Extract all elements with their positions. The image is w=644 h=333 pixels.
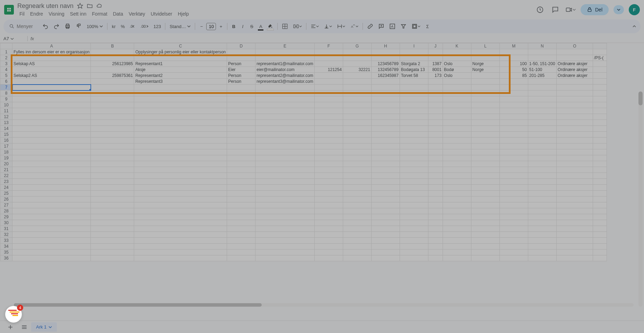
cell-M12[interactable] xyxy=(499,114,528,120)
cell-K34[interactable] xyxy=(443,244,471,249)
cell-G15[interactable] xyxy=(343,132,371,138)
cell-G36[interactable] xyxy=(343,255,371,261)
cell-D2[interactable] xyxy=(227,55,255,61)
cell-K9[interactable] xyxy=(443,96,471,102)
cell-J26[interactable] xyxy=(428,196,443,202)
cell-A11[interactable] xyxy=(12,108,91,114)
cell-L11[interactable] xyxy=(471,108,499,114)
cell-B10[interactable] xyxy=(91,102,134,108)
cell-M2[interactable] xyxy=(499,55,528,61)
cell-I30[interactable] xyxy=(400,220,428,226)
cell-I34[interactable] xyxy=(400,244,428,249)
cell-N26[interactable] xyxy=(528,196,556,202)
cell-H1[interactable] xyxy=(371,49,400,55)
cell-J16[interactable] xyxy=(428,138,443,143)
cell-H26[interactable] xyxy=(371,196,400,202)
filter-views-button[interactable] xyxy=(409,21,423,31)
cell-K13[interactable] xyxy=(443,120,471,126)
cell-G6[interactable] xyxy=(343,79,371,85)
cell-A9[interactable] xyxy=(12,96,91,102)
cell-A12[interactable] xyxy=(12,114,91,120)
cell-J2[interactable] xyxy=(428,55,443,61)
cell-E8[interactable] xyxy=(255,90,315,96)
cell-F4[interactable]: 121254 xyxy=(314,67,343,73)
cell-F17[interactable] xyxy=(314,143,343,149)
cell-B28[interactable] xyxy=(91,208,134,214)
column-header-K[interactable]: K xyxy=(443,43,471,49)
cell-E1[interactable] xyxy=(255,49,315,55)
cell-E5[interactable]: representant2@mailinator.com xyxy=(255,73,315,79)
cell-K4[interactable]: Bodø xyxy=(443,67,471,73)
cell-M9[interactable] xyxy=(499,96,528,102)
cell-J25[interactable] xyxy=(428,191,443,196)
cell-B35[interactable] xyxy=(91,249,134,255)
cell-J13[interactable] xyxy=(428,120,443,126)
cell-M22[interactable] xyxy=(499,173,528,179)
row-header-28[interactable]: 28 xyxy=(0,208,12,214)
cell-E17[interactable] xyxy=(255,143,315,149)
cell-G7[interactable] xyxy=(343,85,371,90)
row-header-4[interactable]: 4 xyxy=(0,67,12,73)
cell-J32[interactable] xyxy=(428,232,443,238)
cell-K2[interactable] xyxy=(443,55,471,61)
cell-J4[interactable]: 8001 xyxy=(428,67,443,73)
cell-N31[interactable] xyxy=(528,226,556,232)
decrease-decimal-button[interactable]: .0 xyxy=(128,21,138,31)
cell-K36[interactable] xyxy=(443,255,471,261)
cell-G11[interactable] xyxy=(343,108,371,114)
column-header-A[interactable]: A xyxy=(12,43,91,49)
cell-B29[interactable] xyxy=(91,214,134,220)
merge-button[interactable] xyxy=(291,21,304,31)
cell-O10[interactable] xyxy=(556,102,593,108)
cell-L6[interactable] xyxy=(471,79,499,85)
cell-E31[interactable] xyxy=(255,226,315,232)
cell-O23[interactable] xyxy=(556,179,593,185)
cell-C18[interactable] xyxy=(134,149,227,155)
column-header-O[interactable]: O xyxy=(556,43,593,49)
cell-D17[interactable] xyxy=(227,143,255,149)
vertical-scrollbar[interactable] xyxy=(638,91,643,307)
cell-H2[interactable] xyxy=(371,55,400,61)
cell-A17[interactable] xyxy=(12,143,91,149)
cell-M8[interactable] xyxy=(499,90,528,96)
cell-G13[interactable] xyxy=(343,120,371,126)
cell-I10[interactable] xyxy=(400,102,428,108)
cell-B19[interactable] xyxy=(91,155,134,161)
cell-M32[interactable] xyxy=(499,232,528,238)
currency-button[interactable]: kr xyxy=(110,21,118,31)
cell-B9[interactable] xyxy=(91,96,134,102)
cell-A22[interactable] xyxy=(12,173,91,179)
cell-H9[interactable] xyxy=(371,96,400,102)
link-button[interactable] xyxy=(365,21,375,31)
cell-G17[interactable] xyxy=(343,143,371,149)
cell-N30[interactable] xyxy=(528,220,556,226)
cell-G21[interactable] xyxy=(343,167,371,173)
cell-G20[interactable] xyxy=(343,161,371,167)
cell-G29[interactable] xyxy=(343,214,371,220)
cell-N3[interactable]: 1-50, 151-200 xyxy=(528,61,556,67)
cell-H7[interactable] xyxy=(371,85,400,90)
cell-E16[interactable] xyxy=(255,138,315,143)
cell-D35[interactable] xyxy=(227,249,255,255)
percent-button[interactable]: % xyxy=(119,21,127,31)
cell-K7[interactable] xyxy=(443,85,471,90)
cell-L23[interactable] xyxy=(471,179,499,185)
cell-C10[interactable] xyxy=(134,102,227,108)
cell-H34[interactable] xyxy=(371,244,400,249)
cell-O21[interactable] xyxy=(556,167,593,173)
cell-G34[interactable] xyxy=(343,244,371,249)
cell-O8[interactable] xyxy=(556,90,593,96)
star-icon[interactable] xyxy=(77,3,83,9)
row-header-5[interactable]: 5 xyxy=(0,73,12,79)
cell-G32[interactable] xyxy=(343,232,371,238)
cell-C15[interactable] xyxy=(134,132,227,138)
cell-B12[interactable] xyxy=(91,114,134,120)
search-icon[interactable] xyxy=(9,24,15,29)
cell-F2[interactable] xyxy=(314,55,343,61)
cell-H32[interactable] xyxy=(371,232,400,238)
cell-I22[interactable] xyxy=(400,173,428,179)
cell-I13[interactable] xyxy=(400,120,428,126)
cell-O19[interactable] xyxy=(556,155,593,161)
cell-F21[interactable] xyxy=(314,167,343,173)
cell-E28[interactable] xyxy=(255,208,315,214)
